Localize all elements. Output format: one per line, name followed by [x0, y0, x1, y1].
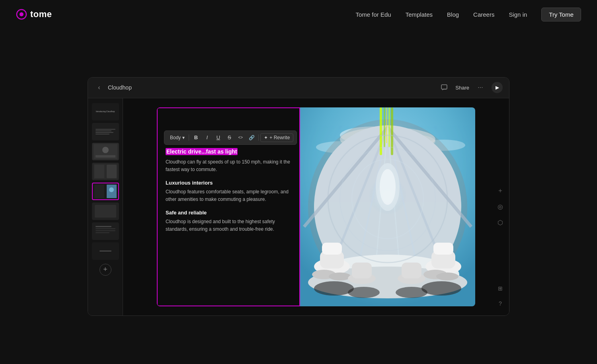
paragraph-2: Cloudhop features comfortable seats, amp…	[166, 188, 291, 203]
svg-point-58	[421, 281, 461, 296]
slide-row-3: 3	[92, 143, 119, 160]
paragraph-1: Cloudhop can fly at speeds of up to 150 …	[166, 158, 291, 173]
templates-link[interactable]: Templates	[406, 11, 433, 18]
slide-row-7: 7	[92, 222, 119, 240]
slide-item-8[interactable]: 8	[92, 242, 119, 260]
app-window: ‹ Cloudhop Share ··· ▶	[88, 77, 509, 316]
slide-row-2: 2	[92, 123, 119, 140]
top-bar-left: ‹ Cloudhop	[94, 83, 132, 92]
blog-link[interactable]: Blog	[447, 11, 459, 18]
slide-row-1: 1 Introducing Cloudhop	[92, 103, 119, 121]
svg-rect-16	[96, 226, 111, 227]
back-button[interactable]: ‹	[94, 83, 104, 92]
add-slide-button[interactable]: +	[100, 264, 111, 276]
svg-rect-19	[96, 232, 109, 233]
text-content: Electric drive...fast as light Cloudhop …	[166, 148, 291, 298]
palette-icon[interactable]: ⬡	[495, 217, 506, 228]
futuristic-interior-image	[300, 107, 475, 306]
tome-for-edu-link[interactable]: Tome for Edu	[355, 11, 391, 18]
slide-item-6[interactable]: 6	[92, 202, 119, 220]
play-button[interactable]: ▶	[492, 82, 503, 93]
rewrite-button[interactable]: ✦ + Rewrite	[260, 133, 293, 142]
body-label: Body	[170, 135, 181, 140]
underline-button[interactable]: U	[213, 132, 223, 143]
careers-link[interactable]: Careers	[473, 11, 494, 18]
text-panel[interactable]: Body ▾ B I U S <> 🔗 ✦	[157, 107, 300, 306]
more-options-icon[interactable]: ···	[475, 82, 486, 93]
svg-point-52	[436, 273, 458, 280]
strikethrough-button[interactable]: S	[224, 132, 234, 143]
zoom-icon[interactable]: ⊞	[495, 283, 506, 294]
svg-rect-10	[94, 185, 104, 198]
svg-rect-14	[95, 205, 116, 218]
slide-item-3[interactable]: 3	[92, 143, 119, 160]
slide-row-8: 8	[92, 242, 119, 260]
code-button[interactable]: <>	[235, 132, 246, 143]
svg-point-59	[348, 287, 380, 298]
slide-item-1[interactable]: 1 Introducing Cloudhop	[92, 103, 119, 121]
format-toolbar: Body ▾ B I U S <> 🔗 ✦	[164, 130, 297, 145]
image-panel	[300, 107, 475, 306]
target-icon[interactable]: ◎	[495, 201, 506, 212]
slide-item-4[interactable]: 4	[92, 163, 119, 180]
svg-point-1	[20, 12, 23, 16]
svg-rect-54	[352, 263, 372, 278]
top-bar-right: Share ··· ▶	[439, 82, 503, 93]
link-button[interactable]: 🔗	[246, 132, 257, 143]
slide-row-6: 6	[92, 202, 119, 220]
svg-rect-40	[391, 107, 393, 155]
paragraph-3: Cloudhop is designed and built to the hi…	[166, 218, 291, 233]
slide-item-2[interactable]: 2	[92, 123, 119, 140]
svg-rect-56	[402, 263, 421, 278]
add-element-button[interactable]: ＋	[495, 185, 506, 197]
svg-point-47	[329, 273, 351, 280]
svg-rect-5	[96, 155, 115, 158]
logo[interactable]: tome	[16, 9, 52, 20]
side-tools: ＋ ◎ ⬡	[495, 185, 506, 228]
slide-item-5[interactable]: 5	[92, 183, 119, 200]
svg-point-60	[396, 287, 427, 298]
svg-point-4	[102, 147, 109, 153]
content-area: 1 Introducing Cloudhop 2	[88, 98, 509, 315]
comment-icon[interactable]	[439, 82, 450, 93]
toolbar-divider-1	[189, 134, 189, 141]
tome-logo-icon	[16, 9, 27, 20]
svg-rect-39	[388, 107, 390, 147]
italic-button[interactable]: I	[202, 132, 212, 143]
nav-links: Tome for Edu Templates Blog Careers Sign…	[355, 8, 581, 21]
svg-rect-2	[441, 85, 447, 89]
slide-sidebar: 1 Introducing Cloudhop 2	[88, 98, 123, 315]
heading-3: Safe and reliable	[166, 210, 291, 216]
top-bar: ‹ Cloudhop Share ··· ▶	[88, 78, 509, 98]
sign-in-link[interactable]: Sign in	[509, 11, 527, 18]
svg-rect-8	[107, 165, 117, 178]
svg-point-12	[109, 187, 114, 192]
highlighted-line: Electric drive...fast as light	[166, 148, 291, 155]
svg-rect-7	[94, 165, 104, 178]
svg-rect-50	[433, 243, 453, 255]
rewrite-label: + Rewrite	[269, 135, 290, 140]
svg-rect-17	[96, 228, 115, 229]
svg-rect-18	[96, 230, 115, 231]
heading-2: Luxurious interiors	[166, 180, 291, 186]
main-area: ‹ Cloudhop Share ··· ▶	[0, 29, 597, 364]
slide-row-4: 4	[92, 163, 119, 180]
svg-rect-45	[322, 243, 342, 255]
try-tome-button[interactable]: Try Tome	[541, 8, 581, 21]
document-title: Cloudhop	[108, 84, 132, 91]
share-button[interactable]: Share	[455, 85, 469, 91]
bottom-tools: ⊞ ?	[495, 283, 506, 309]
body-dropdown[interactable]: Body ▾	[168, 134, 187, 141]
dropdown-arrow: ▾	[182, 135, 185, 140]
svg-rect-38	[386, 107, 387, 143]
svg-point-66	[380, 169, 396, 205]
bold-button[interactable]: B	[191, 132, 201, 143]
logo-text: tome	[30, 9, 52, 19]
svg-point-57	[314, 281, 354, 296]
slide-canvas: Body ▾ B I U S <> 🔗 ✦	[157, 107, 475, 306]
help-icon[interactable]: ?	[495, 298, 506, 309]
slide-row-5: 5	[92, 183, 119, 200]
navbar: tome Tome for Edu Templates Blog Careers…	[0, 0, 597, 29]
slide-item-7[interactable]: 7	[92, 222, 119, 240]
svg-rect-37	[384, 107, 385, 147]
